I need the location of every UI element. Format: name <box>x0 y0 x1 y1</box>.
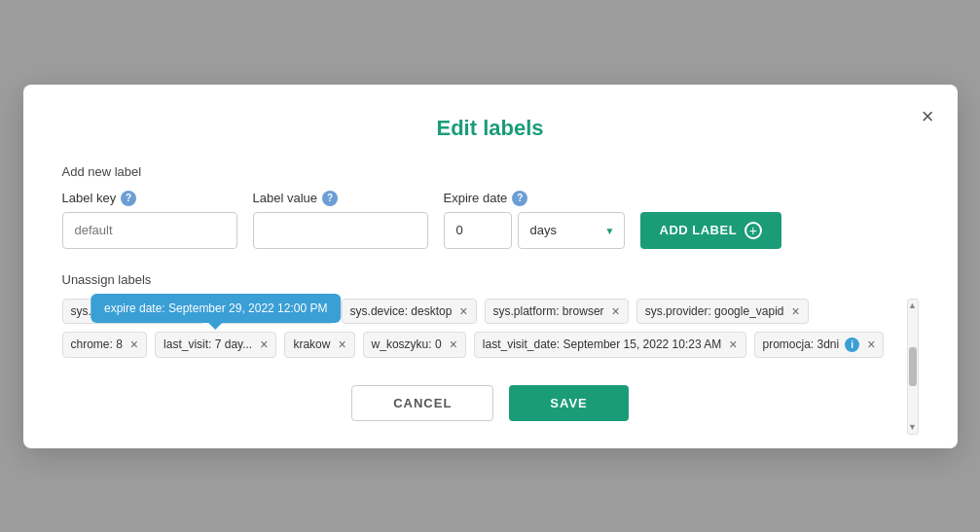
expire-date-label: Expire date <box>444 191 508 205</box>
fields-row: Label key ? Label value ? Expi <box>62 191 919 249</box>
label-value-group: Label value ? <box>253 191 428 249</box>
tag-w-koszyku-close[interactable]: × <box>450 337 457 351</box>
tags-area: sys.browser: Chrome × sys.os: Windows × … <box>62 299 919 358</box>
tag-promocja: promocja: 3dni i × <box>754 332 885 358</box>
expire-row: days hours minutes months ▼ <box>444 212 625 249</box>
tag-sys-device: sys.device: desktop × <box>342 299 477 324</box>
tag-sys-os-close[interactable]: × <box>316 304 324 318</box>
scrollbar-thumb[interactable] <box>909 347 917 386</box>
tag-last-visit-date: last_visit_date: September 15, 2022 10:2… <box>474 332 746 358</box>
expire-select-wrapper: days hours minutes months ▼ <box>518 212 625 249</box>
tag-sys-provider-close[interactable]: × <box>792 304 800 318</box>
tag-last-visit-date-close[interactable]: × <box>729 337 737 351</box>
tag-promocja-close[interactable]: × <box>867 337 875 351</box>
tag-last-visit: last_visit: 7 day... × expire date: Sept… <box>155 332 276 358</box>
promocja-info-icon[interactable]: i <box>845 337 859 352</box>
plus-circle-icon: + <box>744 222 762 239</box>
modal-title: Edit labels <box>62 116 919 141</box>
label-key-input[interactable] <box>62 212 237 249</box>
tag-last-visit-date-text: last_visit_date: September 15, 2022 10:2… <box>483 337 722 351</box>
tag-krakow-text: krakow <box>293 337 330 351</box>
tag-sys-provider-text: sys.provider: google_vapid <box>645 304 784 318</box>
tag-sys-os: sys.os: Windows × <box>213 299 334 324</box>
modal-overlay: × Edit labels Add new label Label key ? <box>0 0 980 532</box>
close-button[interactable]: × <box>918 102 938 131</box>
tag-w-koszyku-text: w_koszyku: 0 <box>372 337 442 351</box>
tag-krakow-close[interactable]: × <box>338 337 345 351</box>
label-key-group: Label key ? <box>62 191 237 249</box>
edit-labels-modal: × Edit labels Add new label Label key ? <box>23 85 958 448</box>
tag-sys-device-text: sys.device: desktop <box>350 304 453 318</box>
tag-sys-platform: sys.platform: browser × <box>485 299 629 324</box>
label-value-label: Label value <box>253 191 318 205</box>
add-label-button[interactable]: ADD LABEL + <box>640 212 782 249</box>
label-key-label: Label key <box>62 191 117 205</box>
tag-sys-browser: sys.browser: Chrome × <box>62 299 206 324</box>
expire-number-input[interactable] <box>444 212 512 249</box>
cancel-button[interactable]: CANCEL <box>351 385 493 421</box>
tag-sys-platform-close[interactable]: × <box>612 304 620 318</box>
expire-date-group: Expire date ? days hours minutes months <box>444 191 625 249</box>
label-value-help-icon[interactable]: ? <box>322 191 338 206</box>
scrollbar-track: ▲ ▼ <box>907 299 919 435</box>
tag-chrome-close[interactable]: × <box>130 337 138 351</box>
tag-sys-browser-close[interactable]: × <box>189 304 197 318</box>
modal-footer: CANCEL SAVE <box>62 385 919 421</box>
label-value-input[interactable] <box>253 212 428 249</box>
add-new-label-section: Add new label Label key ? Label value ? <box>62 164 919 249</box>
modal-header: Edit labels <box>62 116 919 141</box>
tag-sys-device-close[interactable]: × <box>459 304 467 318</box>
expire-date-help-icon[interactable]: ? <box>512 191 527 206</box>
label-key-help-icon[interactable]: ? <box>121 191 136 206</box>
add-new-label-heading: Add new label <box>62 164 919 179</box>
save-button[interactable]: SAVE <box>509 385 628 421</box>
tag-krakow: krakow × <box>284 332 354 358</box>
tag-last-visit-close[interactable]: × <box>260 337 268 351</box>
tag-chrome: chrome: 8 × <box>62 332 148 358</box>
tag-w-koszyku: w_koszyku: 0 × <box>363 332 466 358</box>
tags-container: sys.browser: Chrome × sys.os: Windows × … <box>62 299 919 358</box>
unassign-labels-heading: Unassign labels <box>62 272 919 287</box>
tag-sys-os-text: sys.os: Windows <box>222 304 309 318</box>
expire-select[interactable]: days hours minutes months <box>518 212 625 249</box>
scroll-down-arrow[interactable]: ▼ <box>908 423 917 432</box>
add-label-button-text: ADD LABEL <box>660 223 738 237</box>
tag-sys-browser-text: sys.browser: Chrome <box>71 304 181 318</box>
tag-sys-provider: sys.provider: google_vapid × <box>636 299 809 324</box>
tag-chrome-text: chrome: 8 <box>71 337 123 351</box>
tag-promocja-text: promocja: 3dni <box>763 337 840 351</box>
tag-last-visit-text: last_visit: 7 day... <box>163 337 252 351</box>
tag-sys-platform-text: sys.platform: browser <box>493 304 604 318</box>
scroll-up-arrow[interactable]: ▲ <box>908 301 917 310</box>
unassign-labels-section: Unassign labels sys.browser: Chrome × sy… <box>62 272 919 358</box>
